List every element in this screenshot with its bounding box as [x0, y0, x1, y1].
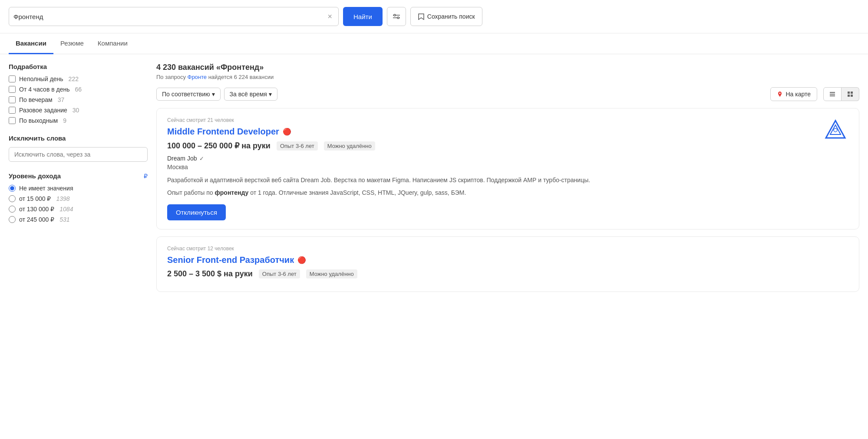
job-title-2[interactable]: Senior Front-end Разработчик 🔴 [167, 255, 848, 265]
desc2-suffix-1: от 1 года. Отличные знания JavaScript, C… [248, 189, 466, 196]
top-bar: × Найти Сохранить поиск [0, 0, 868, 33]
checkbox-weekends[interactable]: По выходным 9 [9, 117, 148, 124]
job-card-1: Сейчас смотрит 21 человек Middle Fronten… [156, 108, 859, 229]
svg-point-3 [397, 17, 399, 19]
tab-vacancies[interactable]: Вакансии [9, 33, 53, 54]
filter-button[interactable] [387, 7, 406, 26]
company-logo-1 [822, 117, 848, 143]
checkbox-4hours-label: От 4 часов в день [19, 86, 70, 93]
svg-rect-13 [851, 95, 853, 97]
radio-245000-label: от 245 000 ₽ [19, 216, 54, 223]
sort-time-label: За всё время [230, 91, 267, 98]
checkbox-weekends-label: По выходным [19, 117, 58, 124]
search-button[interactable]: Найти [343, 7, 383, 26]
svg-point-16 [834, 128, 837, 132]
radio-245000[interactable]: от 245 000 ₽ 531 [9, 216, 148, 223]
exclude-title: Исключить слова [9, 134, 148, 142]
job-title-text-2: Senior Front-end Разработчик [167, 255, 294, 265]
radio-245000-count: 531 [59, 216, 69, 223]
search-input[interactable] [13, 13, 326, 20]
radio-no-matter-input[interactable] [9, 185, 16, 192]
job-card-2: Сейчас смотрит 12 человек Senior Front-e… [156, 236, 859, 292]
checkbox-razovoe-input[interactable] [9, 107, 16, 114]
list-view-button[interactable] [823, 87, 842, 101]
checkbox-nepolniy-input[interactable] [9, 75, 16, 82]
sidebar: Подработка Неполный день 222 От 4 часов … [9, 63, 148, 299]
sort-relevance-label: По соответствию [162, 91, 210, 98]
sort-time-button[interactable]: За всё время ▾ [224, 88, 277, 101]
desc2-bold-1: фронтенду [215, 189, 249, 196]
desc2-prefix-1: Опыт работы по [167, 189, 215, 196]
sort-bar: По соответствию ▾ За всё время ▾ На карт… [156, 87, 859, 101]
svg-rect-12 [848, 95, 850, 97]
chevron-down-icon: ▾ [212, 91, 215, 98]
svg-point-6 [779, 93, 781, 94]
apply-button-1[interactable]: Откликнуться [167, 204, 226, 220]
tag-remote-2: Можно удалённо [306, 269, 357, 278]
clear-button[interactable]: × [326, 12, 334, 21]
checkbox-razovoe[interactable]: Разовое задание 30 [9, 107, 148, 114]
checkbox-evenings-input[interactable] [9, 96, 16, 103]
hint-prefix: По запросу [156, 74, 188, 80]
salary-row-2: 2 500 – 3 500 $ на руки Опыт 3-6 лет Мож… [167, 269, 848, 278]
tab-companies[interactable]: Компании [91, 33, 135, 54]
exclude-input[interactable] [9, 147, 148, 162]
salary-2: 2 500 – 3 500 $ на руки [167, 269, 253, 278]
radio-15000[interactable]: от 15 000 ₽ 1398 [9, 195, 148, 202]
sort-relevance-button[interactable]: По соответствию ▾ [156, 88, 221, 101]
svg-marker-14 [826, 121, 845, 138]
viewers-count-1: Сейчас смотрит 21 человек [167, 117, 848, 123]
checkbox-weekends-input[interactable] [9, 117, 16, 124]
bookmark-icon [418, 13, 425, 20]
map-label: На карте [785, 91, 811, 98]
list-icon [829, 91, 836, 98]
hint-link[interactable]: Фронте [188, 74, 207, 80]
save-search-button[interactable]: Сохранить поиск [410, 7, 482, 26]
tab-resume[interactable]: Резюме [53, 33, 91, 54]
radio-130000-count: 1084 [59, 206, 73, 213]
hot-icon-1: 🔴 [283, 128, 291, 136]
income-title: Уровень дохода [9, 172, 61, 180]
job-title-text-1: Middle Frontend Developer [167, 127, 279, 137]
radio-245000-input[interactable] [9, 216, 16, 223]
checkbox-nepolniy[interactable]: Неполный день 222 [9, 75, 148, 82]
grid-icon [847, 91, 854, 98]
income-currency-icon[interactable]: ₽ [144, 173, 148, 180]
salary-1: 100 000 – 250 000 ₽ на руки [167, 141, 271, 151]
save-search-label: Сохранить поиск [427, 13, 475, 20]
svg-rect-7 [830, 92, 835, 93]
hot-icon-2: 🔴 [297, 256, 306, 264]
main-content: 4 230 вакансий «Фронтенд» По запросу Фро… [156, 63, 859, 299]
tag-experience-2: Опыт 3-6 лет [259, 269, 300, 278]
sidebar-section-exclude: Исключить слова [9, 134, 148, 162]
location-1: Москва [167, 164, 848, 170]
sidebar-section-podrabotka: Подработка Неполный день 222 От 4 часов … [9, 63, 148, 124]
radio-no-matter[interactable]: Не имеет значения [9, 185, 148, 192]
description-1a: Разработкой и адаптивной версткой веб са… [167, 176, 848, 185]
content-area: Подработка Неполный день 222 От 4 часов … [0, 54, 868, 308]
job-title-1[interactable]: Middle Frontend Developer 🔴 [167, 127, 848, 137]
dreamjob-logo [823, 118, 848, 142]
checkbox-nepolniy-count: 222 [69, 75, 79, 82]
radio-15000-label: от 15 000 ₽ [19, 195, 51, 202]
income-header: Уровень дохода ₽ [9, 172, 148, 180]
tabs-bar: Вакансии Резюме Компании [0, 33, 868, 54]
checkbox-evenings[interactable]: По вечерам 37 [9, 96, 148, 103]
svg-rect-10 [848, 92, 850, 94]
checkbox-4hours-input[interactable] [9, 86, 16, 93]
map-view-button[interactable]: На карте [770, 87, 817, 101]
checkbox-razovoe-count: 30 [73, 107, 79, 114]
checkbox-evenings-count: 37 [58, 96, 65, 103]
checkbox-4hours[interactable]: От 4 часов в день 66 [9, 86, 148, 93]
radio-no-matter-label: Не имеет значения [19, 185, 73, 192]
sidebar-section-income: Уровень дохода ₽ Не имеет значения от 15… [9, 172, 148, 223]
verified-icon-1: ✓ [199, 155, 204, 162]
checkbox-4hours-count: 66 [75, 86, 82, 93]
filter-icon [393, 13, 400, 20]
checkbox-evenings-label: По вечерам [19, 96, 53, 103]
radio-130000[interactable]: от 130 000 ₽ 1084 [9, 206, 148, 213]
radio-15000-input[interactable] [9, 195, 16, 202]
sort-left: По соответствию ▾ За всё время ▾ [156, 88, 277, 101]
grid-view-button[interactable] [842, 87, 859, 101]
radio-130000-input[interactable] [9, 206, 16, 213]
